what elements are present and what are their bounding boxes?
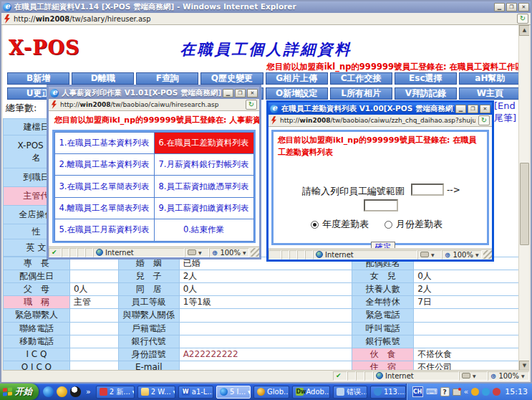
print-menu-list: 1.在職員工基本資料列表 2.離職員工基本資料列表 3.在職員工名單簡表列表 4… — [52, 130, 256, 243]
resize-grip[interactable] — [483, 250, 492, 259]
menu-btn-query[interactable]: F查詢 — [136, 72, 198, 85]
radio-annual-attendance[interactable]: 年度差勤表 — [311, 218, 369, 231]
maximize-button[interactable]: ❐ — [468, 105, 478, 113]
close-button[interactable]: ✕ — [247, 89, 258, 97]
table-row: 移動電話 銀行代號 銀行帳號 — [4, 335, 523, 348]
quicklaunch-qq-icon[interactable] — [70, 386, 81, 397]
zoom-lens-icon: ⊕ — [212, 249, 218, 257]
task-label: 2 新... — [110, 387, 130, 397]
menu-btn-history[interactable]: Q歷史變更 — [200, 72, 263, 85]
menu-btn-new-setting[interactable]: O新增設定 — [266, 87, 328, 100]
protected-mode-cell[interactable]: ▼ — [185, 248, 209, 257]
menu-item-4[interactable]: 4.離職員工名單簡表列表 — [54, 197, 155, 219]
menu-item-6-selected[interactable]: 6.在職員工差勤資料列表 — [154, 132, 254, 154]
zoom-cell[interactable]: ⊕100%▼ — [488, 371, 529, 381]
scroll-thumb[interactable] — [520, 163, 529, 245]
tray-icon-1[interactable] — [471, 388, 479, 396]
quicklaunch-messenger-icon[interactable] — [57, 386, 67, 397]
label-cohabitants: 同 居 — [119, 283, 180, 296]
language-indicator[interactable]: CH — [412, 386, 423, 397]
protected-mode-cell[interactable]: ▼ — [417, 250, 442, 259]
menu-btn-all-photos[interactable]: L所有相片 — [330, 87, 392, 100]
label-sons: 兒 子 — [119, 270, 180, 283]
keyboard-icon[interactable]: ⌨ — [426, 388, 437, 396]
dialog2-frame: 您目前以加盟商ikl_np的999999號員工登錄在: 在職員工差勤資料列表 請… — [271, 130, 489, 245]
menu-item-5[interactable]: 5.在職員工月薪資料列表 — [54, 219, 155, 241]
menu-item-0-exit[interactable]: 0.結束作業 — [154, 219, 254, 241]
tray-icon-2[interactable] — [482, 388, 490, 396]
scroll-up-icon[interactable]: ▲ — [519, 25, 529, 36]
task-113[interactable]: 113.... — [370, 386, 406, 399]
menu-item-1[interactable]: 1.在職員工基本資料列表 — [54, 132, 155, 154]
menu-item-2[interactable]: 2.離職員工基本資料列表 — [54, 153, 155, 176]
menu-btn-resign[interactable]: D離職 — [72, 72, 134, 85]
task-label: 2 W... — [151, 388, 171, 396]
tray-icon-3[interactable] — [493, 388, 500, 396]
task-word-doc[interactable]: Wa1-L... — [178, 386, 213, 399]
task-dreamweaver[interactable]: DwAdob... — [292, 386, 330, 399]
end-last-record-label[interactable]: [End尾筆] — [494, 100, 516, 124]
refresh-go-icon[interactable]: ↻ — [517, 14, 528, 24]
menu-btn-esc-select[interactable]: Esc選擇 — [395, 72, 457, 85]
employee-id-to-input[interactable] — [364, 199, 398, 211]
minimize-button[interactable]: ▁ — [455, 105, 466, 113]
table-row: 父 母 0人 同 居 0人 扶養人數 2人 — [4, 283, 523, 296]
maximize-button[interactable]: ❐ — [235, 89, 246, 97]
label-emergency-phone: 緊急電話 — [352, 309, 414, 322]
maximize-button[interactable]: ❐ — [506, 3, 517, 11]
refresh-go-icon[interactable]: ↻ — [246, 100, 257, 110]
zoom-cell[interactable]: ⊕100%▼ — [209, 248, 249, 257]
dialog1-login-notice: 您目前以加盟商ikl_np的999999號員工登錄在: 人事薪資列印作業 — [54, 115, 259, 127]
quicklaunch-overflow-icon[interactable]: » — [86, 387, 91, 396]
menu-btn-visit-record[interactable]: V拜訪記錄 — [395, 87, 457, 100]
task-group-explorer[interactable]: 2 W...▼ — [137, 386, 175, 399]
task-label: a1-L... — [192, 388, 213, 396]
close-button[interactable]: ✕ — [480, 105, 490, 113]
employee-id-from-input[interactable] — [411, 184, 444, 196]
close-button[interactable]: ✕ — [518, 3, 529, 11]
minimize-button[interactable]: ▁ — [223, 89, 233, 97]
dropdown-icon: ▼ — [132, 389, 135, 394]
task-label: Glob... — [267, 388, 289, 396]
task-group-new[interactable]: 2 新...▼ — [96, 386, 135, 399]
folder-icon — [141, 388, 149, 396]
dialog1-url-field[interactable]: http://win2008/tw/baobiao/caiwu/hiresear… — [60, 101, 243, 108]
help-icon[interactable]: ? — [440, 387, 450, 396]
confirm-button[interactable]: 確定 — [371, 242, 395, 248]
menu-btn-photo-upload[interactable]: G相片上傳 — [266, 72, 328, 85]
menu-btn-handover[interactable]: C工作交接 — [330, 72, 392, 85]
start-button[interactable]: 开始 — [0, 384, 39, 400]
dialog2-url-field[interactable]: http://win2008/tw/baobiao/caiwu/zzh_chq_… — [280, 117, 475, 124]
menu-btn-add[interactable]: B新增 — [7, 72, 69, 85]
main-address-bar: http://win2008/tw/salary/hireuser.asp ↻ — [1, 13, 531, 25]
dialog2-title: 在職員工差勤資料列表 V1.00[X-POS 雲端商務網] - W... — [281, 104, 454, 114]
zoom-cell[interactable]: ⊕100%▼ — [442, 250, 482, 259]
app-icon — [100, 388, 107, 396]
task-global[interactable]: Glob... — [253, 386, 289, 399]
url-host: win2008 — [36, 15, 70, 23]
menu-btn-help[interactable]: aH幫助 — [459, 72, 521, 85]
collapse-tray-icon[interactable]: « — [464, 388, 469, 396]
zone-cell: Internet — [373, 371, 459, 381]
value-icq — [70, 348, 119, 361]
label-id-number: 身份證號 — [119, 348, 180, 361]
minimize-button[interactable]: ▁ — [494, 3, 505, 11]
radio-monthly-attendance[interactable]: 月份差勤表 — [385, 218, 442, 231]
windows-flag-icon — [3, 387, 12, 396]
main-vertical-scrollbar[interactable]: ▲ ▼ — [518, 25, 529, 371]
menu-item-9[interactable]: 9.員工薪資扣繳資料列表 — [154, 197, 254, 219]
menu-item-7[interactable]: 7.月薪資料銀行對帳列表 — [154, 153, 254, 176]
resize-grip[interactable] — [251, 248, 259, 257]
quicklaunch-ie-icon[interactable] — [43, 386, 54, 397]
menu-btn-home[interactable]: W主頁 — [459, 87, 521, 100]
dialog-print-jobs: 人事薪資列印作業 V1.01[X-POS 雲端商務網] - Win... ▁ ❐… — [47, 85, 261, 259]
protected-mode-cell[interactable]: ▼ — [459, 371, 488, 381]
label-employee-grade: 員工等級 — [119, 296, 180, 309]
device-tray-icon[interactable] — [453, 389, 461, 396]
menu-item-3[interactable]: 3.在職員工名單簡表列表 — [54, 175, 155, 197]
task-group-ie-active[interactable]: 5 I...▼ — [216, 386, 251, 399]
main-url-field[interactable]: http://win2008/tw/salary/hireuser.asp — [14, 15, 514, 23]
refresh-go-icon[interactable]: ↻ — [478, 115, 490, 125]
menu-item-8[interactable]: 8.員工薪資扣繳憑單列表 — [154, 175, 254, 197]
task-error-window[interactable]: 错误... — [333, 386, 367, 399]
